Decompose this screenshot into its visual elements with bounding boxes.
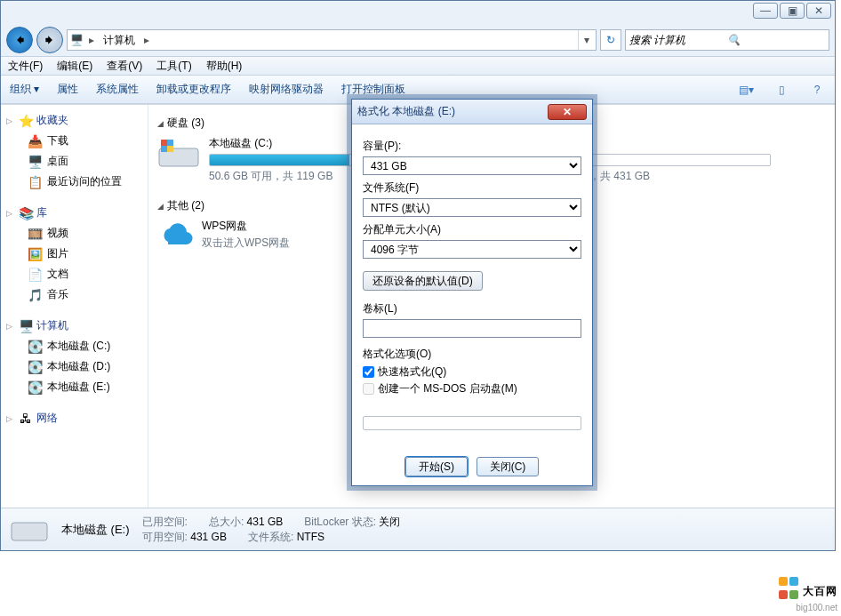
menu-file[interactable]: 文件(F) [8,59,43,74]
sidebar-favorites[interactable]: ▷⭐收藏夹 [1,110,148,131]
chevron-right-icon: ▸ [142,34,151,46]
sidebar-computer[interactable]: ▷🖥️计算机 [1,316,148,336]
help-icon[interactable]: ? [808,81,826,99]
allocation-select[interactable]: 4096 字节 [363,240,581,259]
search-icon: 🔍 [727,34,825,46]
system-properties-button[interactable]: 系统属性 [96,82,139,97]
video-icon: 🎞️ [28,227,42,241]
drive-icon [157,136,200,172]
menu-tools[interactable]: 工具(T) [156,59,191,74]
close-button[interactable]: 关闭(C) [477,457,539,476]
quick-format-option[interactable]: 快速格式化(Q) [363,364,581,380]
download-icon: 📥 [28,134,42,148]
map-drive-button[interactable]: 映射网络驱动器 [249,82,324,97]
svg-rect-3 [167,146,173,152]
drive-icon: 💽 [28,380,42,395]
dialog-title-bar[interactable]: 格式化 本地磁盘 (E:) ✕ [352,100,592,124]
dialog-close-button[interactable]: ✕ [548,104,587,120]
search-input[interactable]: 搜索 计算机 🔍 [625,29,829,51]
allocation-label: 分配单元大小(A) [363,222,581,237]
sidebar-network[interactable]: ▷🖧网络 [1,408,148,428]
window-close-button[interactable]: ✕ [806,3,831,19]
star-icon: ⭐ [19,114,33,128]
computer-icon: 🖥️ [69,33,84,47]
preview-pane-icon[interactable]: ▯ [773,81,790,99]
view-options-icon[interactable]: ▤▾ [737,81,755,99]
library-icon: 📚 [19,206,33,220]
sidebar-drive-e[interactable]: 💽本地磁盘 (E:) [1,377,148,397]
menu-edit[interactable]: 编辑(E) [57,59,92,74]
format-dialog: 格式化 本地磁盘 (E:) ✕ 容量(P): 431 GB 文件系统(F) NT… [351,99,593,486]
minimize-button[interactable]: — [753,3,778,19]
volume-label: 卷标(L) [363,301,581,316]
svg-rect-2 [161,140,167,146]
address-bar[interactable]: 🖥️ ▸ 计算机 ▸ ▾ [67,29,597,51]
msdos-checkbox [363,383,374,395]
sidebar-libraries[interactable]: ▷📚库 [1,203,148,223]
uninstall-button[interactable]: 卸载或更改程序 [156,82,231,97]
filesystem-label: 文件系统(F) [363,180,581,196]
chevron-right-icon: ▸ [87,34,96,46]
organize-button[interactable]: 组织 ▾ [10,82,39,97]
refresh-button[interactable]: ↻ [600,29,621,51]
watermark-icon [778,576,799,603]
picture-icon: 🖼️ [28,247,42,261]
menu-help[interactable]: 帮助(H) [206,59,243,74]
title-bar: — ▣ ✕ [1,1,835,24]
breadcrumb-computer[interactable]: 计算机 [100,31,139,50]
details-pane: 本地磁盘 (E:) 已用空间: 总大小: 431 GB BitLocker 状态… [1,508,835,550]
drive-icon [10,514,49,546]
address-dropdown[interactable]: ▾ [578,30,594,50]
properties-button[interactable]: 属性 [57,82,78,97]
cloud-icon [157,219,193,251]
start-button[interactable]: 开始(S) [405,457,468,476]
drive-icon: 💽 [28,360,42,374]
capacity-label: 容量(P): [363,139,581,154]
music-icon: 🎵 [28,288,42,302]
format-options-label: 格式化选项(O) [363,347,581,362]
sidebar-music[interactable]: 🎵音乐 [1,284,148,305]
sidebar-desktop[interactable]: 🖥️桌面 [1,151,148,172]
status-title: 本地磁盘 (E:) [61,522,130,538]
quick-format-checkbox[interactable] [363,366,374,378]
sidebar-documents[interactable]: 📄文档 [1,264,148,284]
sidebar-drive-c[interactable]: 💽本地磁盘 (C:) [1,336,148,356]
forward-button[interactable] [36,27,63,53]
sidebar-pictures[interactable]: 🖼️图片 [1,244,148,264]
control-panel-button[interactable]: 打开控制面板 [341,82,405,97]
volume-input[interactable] [363,319,581,338]
sidebar-recent[interactable]: 📋最近访问的位置 [1,172,148,192]
cloud-sub: 双击进入WPS网盘 [202,236,290,251]
search-placeholder: 搜索 计算机 [629,33,727,48]
msdos-option: 创建一个 MS-DOS 启动盘(M) [363,381,581,396]
navigation-pane: ▷⭐收藏夹 📥下载 🖥️桌面 📋最近访问的位置 ▷📚库 🎞️视频 🖼️图片 📄文… [1,105,148,508]
svg-rect-6 [12,523,47,540]
sidebar-videos[interactable]: 🎞️视频 [1,223,148,244]
nav-bar: 🖥️ ▸ 计算机 ▸ ▾ ↻ 搜索 计算机 🔍 [1,24,835,56]
progress-bar [363,416,581,430]
capacity-select[interactable]: 431 GB [363,156,581,175]
sidebar-drive-d[interactable]: 💽本地磁盘 (D:) [1,356,148,377]
explorer-window: — ▣ ✕ 🖥️ ▸ 计算机 ▸ ▾ ↻ 搜索 计算机 🔍 文件(F) 编辑(E… [0,0,836,551]
sidebar-downloads[interactable]: 📥下载 [1,131,148,151]
document-icon: 📄 [28,268,42,282]
computer-icon: 🖥️ [19,319,33,333]
drive-icon: 💽 [28,340,42,354]
cloud-name: WPS网盘 [202,219,290,234]
back-button[interactable] [6,27,33,53]
menu-view[interactable]: 查看(V) [107,59,142,74]
network-icon: 🖧 [19,412,33,426]
recent-icon: 📋 [28,175,42,189]
filesystem-select[interactable]: NTFS (默认) [363,198,581,217]
restore-defaults-button[interactable]: 还原设备的默认值(D) [363,271,483,291]
desktop-icon: 🖥️ [28,155,42,169]
maximize-button[interactable]: ▣ [780,3,805,19]
menu-bar: 文件(F) 编辑(E) 查看(V) 工具(T) 帮助(H) [1,56,835,76]
watermark: 大百网 big100.net [778,576,837,612]
dialog-title: 格式化 本地磁盘 (E:) [357,104,542,119]
